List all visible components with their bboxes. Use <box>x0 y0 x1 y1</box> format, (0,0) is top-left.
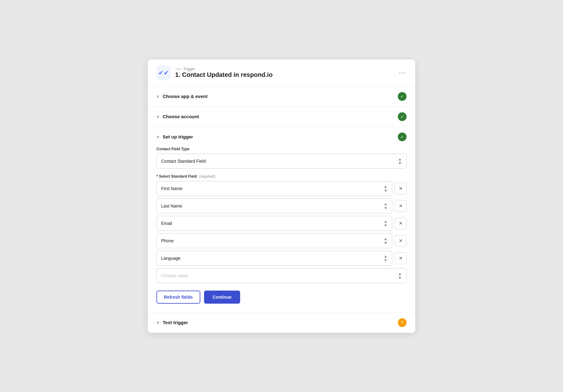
select-standard-field-label: * Select Standard Field (required) <box>156 174 407 179</box>
choose-account-label: Choose account <box>163 114 199 119</box>
continue-button[interactable]: Continue <box>204 291 240 304</box>
chevron-up-icon: ∧ <box>156 134 160 139</box>
phone-select[interactable]: Phone ▲▼ <box>156 233 392 248</box>
test-trigger-label: Test trigger <box>163 320 188 325</box>
field-row-phone: Phone ▲▼ ✕ <box>156 233 407 248</box>
setup-trigger-header[interactable]: ∧ Set up trigger ✓ <box>148 127 415 147</box>
contact-field-type-group: Contact Field Type Contact Standard Fiel… <box>156 147 407 169</box>
first-name-value: First Name <box>161 186 182 191</box>
field-row-last-name: Last Name ▲▼ ✕ <box>156 198 407 213</box>
trigger-label: ⊣— Trigger <box>175 67 272 71</box>
choose-app-status-badge: ✓ <box>398 92 407 101</box>
chevron-down-icon: ∨ <box>156 94 160 99</box>
section-setup-trigger: ∧ Set up trigger ✓ Contact Field Type Co… <box>148 127 415 313</box>
header-left: ✔✔ ⊣— Trigger 1. Contact Updated in resp… <box>156 66 272 80</box>
chevron-down-icon: ∨ <box>156 114 160 119</box>
remove-language-button[interactable]: ✕ <box>395 252 407 264</box>
language-select[interactable]: Language ▲▼ <box>156 251 392 266</box>
sort-arrows-icon: ▲▼ <box>384 184 388 193</box>
phone-value: Phone <box>161 238 174 243</box>
last-name-value: Last Name <box>161 203 182 208</box>
email-select[interactable]: Email ▲▼ <box>156 216 392 231</box>
card-header: ✔✔ ⊣— Trigger 1. Contact Updated in resp… <box>148 59 415 86</box>
choose-value-select[interactable]: Choose value... ▲▼ <box>156 268 407 283</box>
field-row-language: Language ▲▼ ✕ <box>156 251 407 266</box>
contact-field-type-label: Contact Field Type <box>156 147 407 151</box>
required-note: (required) <box>199 174 215 179</box>
sort-arrows-icon: ▲▼ <box>384 254 388 262</box>
trigger-icon: ⊣— <box>175 67 182 71</box>
field-row-email: Email ▲▼ ✕ <box>156 216 407 231</box>
chevron-down-icon: ∨ <box>156 320 160 325</box>
field-row-first-name: First Name ▲▼ ✕ <box>156 181 407 196</box>
last-name-select[interactable]: Last Name ▲▼ <box>156 198 392 213</box>
email-value: Email <box>161 221 172 226</box>
sort-arrows-icon: ▲▼ <box>384 237 388 245</box>
select-standard-field-group: * Select Standard Field (required) First… <box>156 174 407 283</box>
test-trigger-status-badge: ! <box>398 318 407 327</box>
choose-value-placeholder: Choose value... <box>161 273 191 278</box>
sort-arrows-icon: ▲▼ <box>384 202 388 210</box>
main-card: ✔✔ ⊣— Trigger 1. Contact Updated in resp… <box>148 59 415 333</box>
language-value: Language <box>161 256 180 261</box>
sort-arrows-icon: ▲▼ <box>398 157 402 165</box>
choose-account-status-badge: ✓ <box>398 112 407 121</box>
more-options-button[interactable]: ··· <box>399 69 407 77</box>
page-title: 1. Contact Updated in respond.io <box>175 71 272 78</box>
first-name-select[interactable]: First Name ▲▼ <box>156 181 392 196</box>
header-title-group: ⊣— Trigger 1. Contact Updated in respond… <box>175 67 272 78</box>
contact-field-type-value: Contact Standard Field <box>161 159 206 164</box>
section-choose-app[interactable]: ∨ Choose app & event ✓ <box>148 86 415 107</box>
refresh-fields-button[interactable]: Refresh fields <box>156 291 200 304</box>
setup-trigger-label: Set up trigger <box>163 134 193 139</box>
action-buttons: Refresh fields Continue <box>156 291 407 304</box>
contact-field-type-select[interactable]: Contact Standard Field ▲▼ <box>156 154 407 169</box>
sort-arrows-icon: ▲▼ <box>384 219 388 227</box>
setup-trigger-status-badge: ✓ <box>398 133 407 141</box>
choose-app-label: Choose app & event <box>163 94 207 99</box>
setup-trigger-body: Contact Field Type Contact Standard Fiel… <box>148 147 415 312</box>
logo-box: ✔✔ <box>156 66 171 80</box>
remove-email-button[interactable]: ✕ <box>395 217 407 229</box>
remove-last-name-button[interactable]: ✕ <box>395 200 407 212</box>
section-test-trigger[interactable]: ∨ Test trigger ! <box>148 313 415 333</box>
remove-phone-button[interactable]: ✕ <box>395 235 407 247</box>
sort-arrows-icon: ▲▼ <box>398 272 402 280</box>
section-choose-account[interactable]: ∨ Choose account ✓ <box>148 107 415 127</box>
logo-icon: ✔✔ <box>158 69 169 77</box>
remove-first-name-button[interactable]: ✕ <box>395 183 407 194</box>
